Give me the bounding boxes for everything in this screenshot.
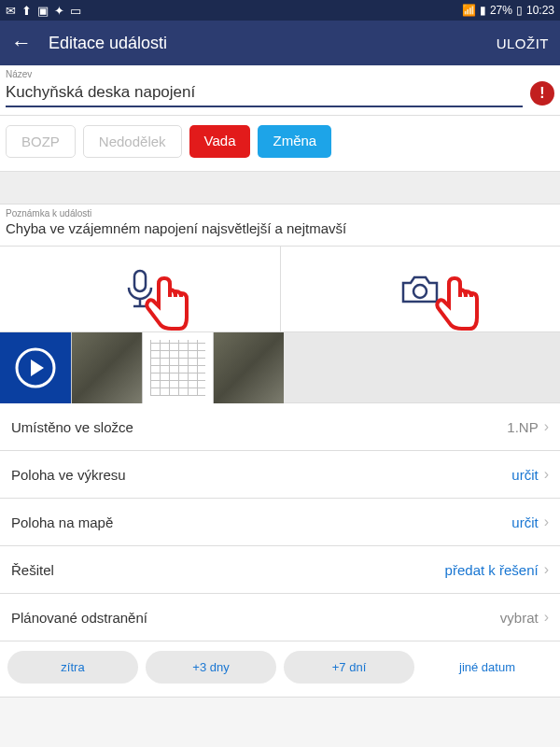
save-button[interactable]: ULOŽIT (497, 35, 549, 51)
back-icon[interactable]: ← (11, 31, 32, 55)
svg-marker-5 (31, 359, 44, 376)
chevron-right-icon: › (544, 561, 549, 578)
attachment-thumbnails (0, 332, 560, 403)
tag-bozp[interactable]: BOZP (6, 125, 76, 158)
row-map-label: Poloha na mapě (11, 514, 113, 530)
row-drawing-label: Poloha ve výkresu (11, 467, 126, 483)
row-solver[interactable]: Řešitel předat k řešení › (0, 546, 560, 594)
tag-zmena[interactable]: Změna (258, 125, 331, 158)
audio-attachment[interactable] (0, 332, 71, 403)
note-label: Poznámka k události (6, 208, 554, 218)
name-section: Název ! (0, 65, 560, 116)
sync-icon: ✦ (54, 4, 64, 18)
wifi-icon: 📶 (462, 4, 476, 17)
chevron-right-icon: › (544, 609, 549, 626)
error-badge-icon[interactable]: ! (530, 81, 554, 106)
row-planned-value: vybrat (500, 610, 539, 626)
row-folder-label: Umístěno ve složce (11, 419, 133, 435)
status-icons-left: ✉ ⬆ ▣ ✦ ▭ (6, 4, 81, 18)
page-title: Editace události (49, 34, 167, 53)
name-input[interactable] (6, 79, 523, 107)
note-section: Poznámka k události Chyba ve vzájemném n… (0, 204, 560, 247)
play-icon (14, 346, 57, 389)
image-icon: ▣ (37, 4, 49, 18)
chevron-right-icon: › (544, 466, 549, 483)
tag-nedodelek[interactable]: Nedodělek (83, 125, 182, 158)
chevron-right-icon: › (544, 514, 549, 530)
hand-pointer-icon (140, 275, 192, 334)
mail-icon: ✉ (6, 4, 16, 18)
app-bar: ← Editace události ULOŽIT (0, 21, 560, 65)
row-drawing-position[interactable]: Poloha ve výkresu určit › (0, 451, 560, 499)
photo-thumbnail-2[interactable] (142, 332, 213, 403)
name-label: Název (6, 69, 554, 79)
take-photo-button[interactable] (281, 247, 561, 331)
tag-vada[interactable]: Vada (189, 125, 251, 158)
briefcase-icon: ▭ (70, 4, 81, 18)
clock: 10:23 (526, 4, 554, 17)
date-plus3-button[interactable]: +3 dny (146, 651, 276, 684)
row-folder[interactable]: Umístěno ve složce 1.NP › (0, 403, 560, 451)
category-tags: BOZP Nedodělek Vada Změna (0, 116, 560, 172)
status-icons-right: 📶 ▮ 27% ▯ 10:23 (462, 4, 554, 17)
record-audio-button[interactable] (0, 247, 281, 331)
upload-icon: ⬆ (21, 4, 32, 18)
row-solver-label: Řešitel (11, 562, 54, 578)
note-text[interactable]: Chyba ve vzájemném napojení najsvětlejší… (6, 218, 554, 236)
hand-pointer-icon (430, 275, 483, 334)
row-planned-label: Plánované odstranění (11, 610, 147, 626)
spacer (0, 172, 560, 204)
row-map-value: určit (511, 514, 538, 530)
date-other-button[interactable]: jiné datum (422, 651, 553, 684)
row-drawing-value: určit (511, 467, 538, 483)
media-capture-row (0, 247, 560, 332)
photo-thumbnail-1[interactable] (71, 332, 142, 403)
row-solver-value: předat k řešení (445, 562, 539, 578)
row-planned-removal[interactable]: Plánované odstranění vybrat › (0, 594, 560, 641)
photo-thumbnail-3[interactable] (213, 332, 284, 403)
signal-icon: ▮ (480, 4, 486, 17)
battery-icon: ▯ (516, 4, 523, 17)
date-tomorrow-button[interactable]: zítra (7, 651, 138, 684)
row-map-position[interactable]: Poloha na mapě určit › (0, 499, 560, 546)
android-status-bar: ✉ ⬆ ▣ ✦ ▭ 📶 ▮ 27% ▯ 10:23 (0, 0, 560, 21)
quick-date-buttons: zítra +3 dny +7 dní jiné datum (0, 641, 560, 698)
date-plus7-button[interactable]: +7 dní (284, 651, 414, 684)
chevron-right-icon: › (544, 418, 549, 435)
row-folder-value: 1.NP (507, 419, 538, 435)
battery-pct: 27% (490, 4, 512, 17)
svg-point-3 (413, 285, 427, 298)
